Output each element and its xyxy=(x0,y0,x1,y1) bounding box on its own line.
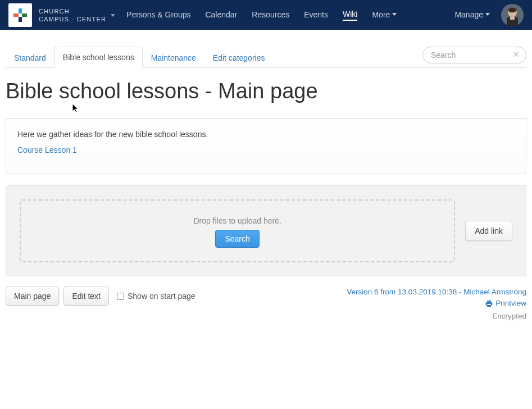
printview-link[interactable]: Printview xyxy=(485,298,526,309)
svg-rect-3 xyxy=(19,17,22,22)
tab-bible-school-lessons[interactable]: Bible school lessons xyxy=(54,47,143,68)
brand-switcher-chevron[interactable] xyxy=(111,12,115,18)
encrypted-label: Encrypted xyxy=(347,311,526,322)
svg-rect-1 xyxy=(13,13,19,17)
nav-calendar[interactable]: Calendar xyxy=(205,10,237,20)
tabs-row: Standard Bible school lessons Maintenanc… xyxy=(6,46,526,68)
printview-label: Printview xyxy=(495,298,526,309)
dropzone-search-button[interactable]: Search xyxy=(215,230,259,248)
show-on-start-checkbox-wrap[interactable]: Show on start page xyxy=(117,292,195,301)
tab-standard[interactable]: Standard xyxy=(6,47,54,68)
search-input[interactable] xyxy=(422,47,526,63)
nav-wiki[interactable]: Wiki xyxy=(343,10,357,21)
nav-manage[interactable]: Manage xyxy=(454,10,490,20)
app-logo[interactable] xyxy=(8,3,32,27)
content-panel: Here we gather ideas for the new bible s… xyxy=(6,118,526,174)
version-link[interactable]: Version 6 from 13.03.2019 10:38 - Michae… xyxy=(347,287,526,298)
chevron-down-icon xyxy=(485,13,490,16)
dropzone-label: Drop files to upload here. xyxy=(21,216,454,225)
nav-events[interactable]: Events xyxy=(304,10,328,20)
main-nav: Persons & Groups Calendar Resources Even… xyxy=(126,10,454,21)
main-page-button[interactable]: Main page xyxy=(6,287,59,306)
nav-resources[interactable]: Resources xyxy=(252,10,289,20)
nav-persons-groups[interactable]: Persons & Groups xyxy=(126,10,190,20)
topbar: CHURCH CAMPUS - CENTER Persons & Groups … xyxy=(0,0,532,30)
show-on-start-label: Show on start page xyxy=(128,292,195,301)
user-avatar[interactable] xyxy=(501,4,524,26)
edit-text-button[interactable]: Edit text xyxy=(63,287,109,306)
brand-name: CHURCH CAMPUS - CENTER xyxy=(39,7,106,23)
add-link-button[interactable]: Add link xyxy=(465,221,512,241)
print-icon xyxy=(485,300,493,307)
lesson-link[interactable]: Course Lesson 1 xyxy=(17,146,77,154)
page-title: Bible school lessons - Main page xyxy=(6,79,526,103)
tab-edit-categories[interactable]: Edit categories xyxy=(204,47,274,68)
upload-panel: Drop files to upload here. Search Add li… xyxy=(6,185,526,276)
svg-rect-2 xyxy=(22,13,27,17)
nav-more-label: More xyxy=(372,10,390,19)
nav-manage-label: Manage xyxy=(454,10,483,19)
nav-more[interactable]: More xyxy=(372,10,397,20)
tab-maintenance[interactable]: Maintenance xyxy=(143,47,204,68)
show-on-start-checkbox[interactable] xyxy=(117,293,124,300)
search-clear-icon[interactable]: ✕ xyxy=(513,50,520,59)
search-container: ✕ xyxy=(422,47,526,63)
chevron-down-icon xyxy=(111,14,115,17)
intro-text: Here we gather ideas for the new bible s… xyxy=(17,130,515,139)
brand-line1: CHURCH xyxy=(39,7,106,15)
file-dropzone[interactable]: Drop files to upload here. Search xyxy=(20,199,455,262)
brand-line2: CAMPUS - CENTER xyxy=(39,15,106,23)
nav-right: Manage xyxy=(454,4,524,26)
svg-rect-0 xyxy=(19,8,22,13)
footer-left: Main page Edit text Show on start page xyxy=(6,287,195,306)
footer-row: Main page Edit text Show on start page V… xyxy=(6,287,526,322)
chevron-down-icon xyxy=(392,13,397,16)
footer-right: Version 6 from 13.03.2019 10:38 - Michae… xyxy=(347,287,526,322)
